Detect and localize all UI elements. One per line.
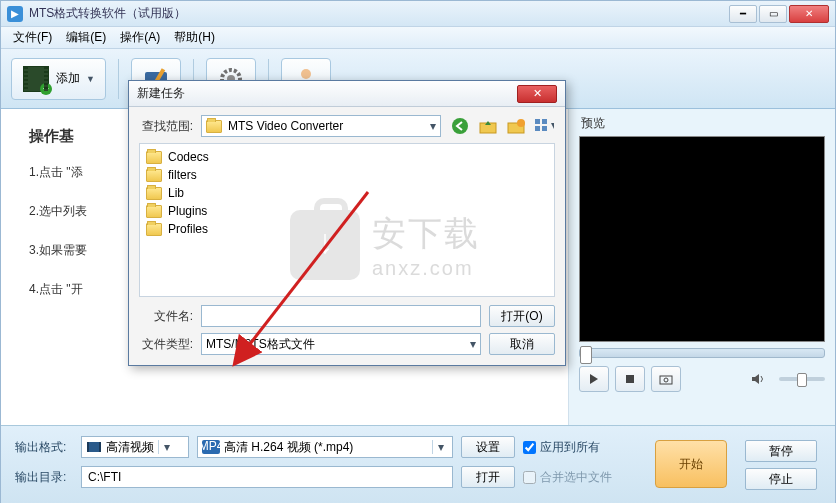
format-value: 高清 H.264 视频 (*.mp4) <box>224 439 428 456</box>
svg-text:▾: ▾ <box>551 118 554 132</box>
pause-button[interactable]: 暂停 <box>745 440 817 462</box>
chevron-down-icon: ▼ <box>86 74 95 84</box>
folder-icon <box>146 223 162 236</box>
svg-rect-9 <box>87 442 89 452</box>
folder-icon <box>206 120 222 133</box>
titlebar: ▶ MTS格式转换软件（试用版） ━ ▭ ✕ <box>1 1 835 27</box>
dialog-titlebar: 新建任务 ✕ <box>129 81 565 107</box>
filename-input[interactable] <box>201 305 481 327</box>
lookin-label: 查找范围: <box>139 118 193 135</box>
add-label: 添加 <box>56 70 80 87</box>
dialog-title: 新建任务 <box>137 85 517 102</box>
menubar: 文件(F) 编辑(E) 操作(A) 帮助(H) <box>1 27 835 49</box>
apply-all-checkbox[interactable]: 应用到所有 <box>523 439 600 456</box>
window-title: MTS格式转换软件（试用版） <box>29 5 729 22</box>
add-button[interactable]: + 添加 ▼ <box>11 58 106 100</box>
chevron-down-icon: ▾ <box>430 119 436 133</box>
window-controls: ━ ▭ ✕ <box>729 5 829 23</box>
list-item[interactable]: Profiles <box>146 220 548 238</box>
menu-edit[interactable]: 编辑(E) <box>60 27 112 48</box>
list-item[interactable]: Lib <box>146 184 548 202</box>
svg-point-4 <box>301 69 311 79</box>
svg-rect-18 <box>542 119 547 124</box>
list-item[interactable]: Plugins <box>146 202 548 220</box>
preview-pane: 预览 <box>569 109 835 425</box>
output-format-label: 输出格式: <box>15 439 73 456</box>
menu-help[interactable]: 帮助(H) <box>168 27 221 48</box>
new-folder-button[interactable] <box>505 115 527 137</box>
chevron-down-icon: ▾ <box>470 337 476 351</box>
svg-point-16 <box>517 119 525 127</box>
svg-rect-17 <box>535 119 540 124</box>
lookin-value: MTS Video Converter <box>228 119 430 133</box>
list-item[interactable]: Codecs <box>146 148 548 166</box>
format-category-combo[interactable]: 高清视频 ▾ <box>81 436 189 458</box>
svg-rect-10 <box>99 442 101 452</box>
filename-label: 文件名: <box>139 308 193 325</box>
settings-button[interactable]: 设置 <box>461 436 515 458</box>
start-button[interactable]: 开始 <box>655 440 727 488</box>
folder-icon <box>146 205 162 218</box>
play-button[interactable] <box>579 366 609 392</box>
folder-icon <box>146 169 162 182</box>
svg-rect-19 <box>535 126 540 131</box>
output-dir-field[interactable]: C:\FTI <box>81 466 453 488</box>
svg-rect-8 <box>87 442 101 452</box>
menu-action[interactable]: 操作(A) <box>114 27 166 48</box>
format-combo[interactable]: MP4 高清 H.264 视频 (*.mp4) ▾ <box>197 436 453 458</box>
format-category-value: 高清视频 <box>106 439 154 456</box>
cancel-button[interactable]: 取消 <box>489 333 555 355</box>
stop-button[interactable] <box>615 366 645 392</box>
menu-file[interactable]: 文件(F) <box>7 27 58 48</box>
stop-side-button[interactable]: 停止 <box>745 468 817 490</box>
dialog-close-button[interactable]: ✕ <box>517 85 557 103</box>
folder-icon <box>146 151 162 164</box>
bottom-panel: 输出格式: 高清视频 ▾ MP4 高清 H.264 视频 (*.mp4) ▾ 设… <box>1 425 835 503</box>
apply-all-input[interactable] <box>523 441 536 454</box>
chevron-down-icon: ▾ <box>432 440 448 454</box>
film-add-icon: + <box>22 65 50 93</box>
filetype-label: 文件类型: <box>139 336 193 353</box>
file-open-dialog: 新建任务 ✕ 查找范围: MTS Video Converter ▾ ▾ Cod… <box>128 80 566 366</box>
snapshot-button[interactable] <box>651 366 681 392</box>
video-preview <box>579 136 825 342</box>
back-button[interactable] <box>449 115 471 137</box>
lookin-combo[interactable]: MTS Video Converter ▾ <box>201 115 441 137</box>
volume-icon[interactable] <box>751 372 767 386</box>
svg-rect-5 <box>626 375 634 383</box>
chevron-down-icon: ▾ <box>158 440 174 454</box>
svg-text:MP4: MP4 <box>202 440 220 453</box>
open-button[interactable]: 打开(O) <box>489 305 555 327</box>
preview-label: 预览 <box>579 113 825 136</box>
folder-icon <box>146 187 162 200</box>
filetype-value: MTS/M2TS格式文件 <box>206 336 470 353</box>
output-dir-label: 输出目录: <box>15 469 73 486</box>
svg-point-7 <box>664 378 668 382</box>
file-list[interactable]: Codecs filters Lib Plugins Profiles <box>139 143 555 297</box>
svg-rect-6 <box>660 376 672 384</box>
separator <box>118 59 119 99</box>
up-folder-button[interactable] <box>477 115 499 137</box>
svg-rect-20 <box>542 126 547 131</box>
filetype-combo[interactable]: MTS/M2TS格式文件 ▾ <box>201 333 481 355</box>
minimize-button[interactable]: ━ <box>729 5 757 23</box>
close-button[interactable]: ✕ <box>789 5 829 23</box>
list-item[interactable]: filters <box>146 166 548 184</box>
merge-input[interactable] <box>523 471 536 484</box>
mp4-icon: MP4 <box>202 440 220 454</box>
film-icon <box>86 440 102 454</box>
maximize-button[interactable]: ▭ <box>759 5 787 23</box>
open-dir-button[interactable]: 打开 <box>461 466 515 488</box>
merge-checkbox[interactable]: 合并选中文件 <box>523 469 612 486</box>
timeline-slider[interactable] <box>579 348 825 358</box>
view-menu-button[interactable]: ▾ <box>533 115 555 137</box>
svg-point-13 <box>452 118 468 134</box>
app-icon: ▶ <box>7 6 23 22</box>
preview-controls <box>579 358 825 392</box>
volume-slider[interactable] <box>779 377 825 381</box>
